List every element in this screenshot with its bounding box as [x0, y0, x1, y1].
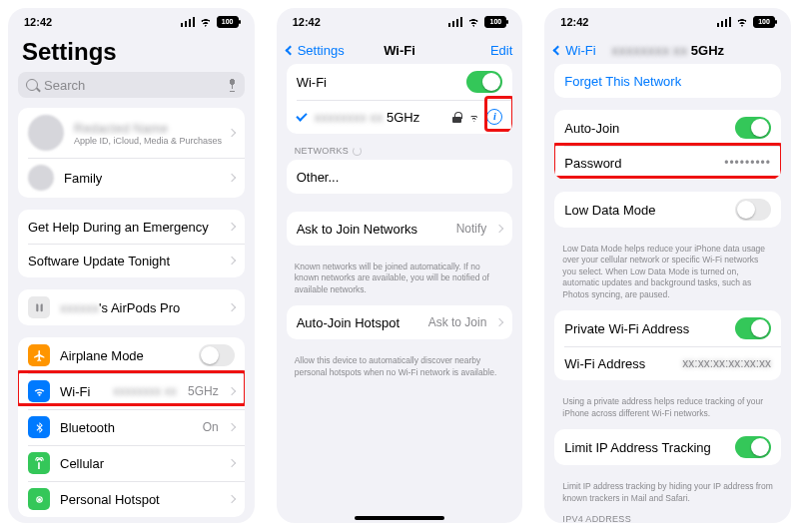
search-placeholder: Search [44, 78, 85, 93]
apple-id-row[interactable]: Redacted Name Apple ID, iCloud, Media & … [18, 108, 245, 158]
chevron-right-icon [227, 223, 235, 231]
search-input[interactable]: Search [18, 72, 245, 98]
chevron-right-icon [227, 387, 235, 395]
ipv4-header: IPV4 ADDRESS [544, 514, 791, 523]
battery-icon: 100 [484, 16, 506, 28]
lock-icon [452, 112, 461, 123]
avatar [28, 115, 64, 151]
chevron-left-icon [285, 45, 295, 55]
connected-network-row[interactable]: xxxxxxxx xx 5GHz i [287, 100, 513, 134]
nav-bar: Settings Wi-Fi Edit [277, 36, 523, 64]
wifi-status-icon [199, 17, 213, 27]
checkmark-icon [296, 110, 307, 121]
ask-to-join-row[interactable]: Ask to Join Networks Notify [287, 212, 513, 246]
forget-network-button[interactable]: Forget This Network [554, 64, 781, 98]
airplane-icon [28, 344, 50, 366]
status-bar: 12:42 100 [277, 8, 523, 36]
auto-join-hotspot-row[interactable]: Auto-Join Hotspot Ask to Join [287, 305, 513, 339]
chevron-right-icon [227, 174, 235, 182]
hotspot-icon [28, 488, 50, 510]
limit-ip-tracking-row[interactable]: Limit IP Address Tracking [554, 429, 781, 465]
emergency-row[interactable]: Get Help During an Emergency [18, 210, 245, 244]
chevron-right-icon [227, 129, 235, 137]
wifi-toggle[interactable] [466, 71, 502, 93]
search-icon [26, 79, 38, 91]
wifi-row[interactable]: Wi-Fi xxxxxxxx xx 5GHz [18, 373, 245, 409]
chevron-right-icon [227, 459, 235, 467]
wifi-address-value: xx:xx:xx:xx:xx:xx [682, 356, 771, 370]
dictate-icon[interactable] [228, 78, 237, 92]
software-update-row[interactable]: Software Update Tonight [18, 244, 245, 277]
chevron-right-icon [227, 423, 235, 431]
account-subtitle: Apple ID, iCloud, Media & Purchases [74, 136, 222, 146]
auto-join-toggle[interactable] [735, 117, 771, 139]
family-row[interactable]: Family [18, 158, 245, 198]
chevron-right-icon [495, 318, 503, 326]
wifi-address-row[interactable]: Wi-Fi Address xx:xx:xx:xx:xx:xx [554, 346, 781, 380]
bluetooth-icon [28, 416, 50, 438]
back-button[interactable]: Wi-Fi [554, 43, 595, 58]
family-avatar-icon [28, 165, 54, 191]
airplane-mode-row[interactable]: Airplane Mode [18, 337, 245, 373]
cellular-icon [28, 452, 50, 474]
private-address-toggle[interactable] [735, 317, 771, 339]
account-name: Redacted Name [74, 121, 222, 136]
limit-ip-toggle[interactable] [735, 436, 771, 458]
screen-wifi-details: 12:42 100 Wi-Fi xxxxxxxx xx 5GHz Forget … [544, 8, 791, 523]
battery-icon: 100 [217, 16, 239, 28]
status-time: 12:42 [293, 16, 321, 28]
wifi-status-icon [466, 17, 480, 27]
status-time: 12:42 [560, 16, 588, 28]
status-bar: 12:42 100 [544, 8, 791, 36]
cellular-signal-icon [717, 17, 731, 27]
cellular-row[interactable]: Cellular [18, 445, 245, 481]
password-row[interactable]: Password ••••••••• [554, 146, 781, 180]
chevron-right-icon [227, 495, 235, 503]
low-data-footer: Low Data Mode helps reduce your iPhone d… [544, 240, 791, 310]
wifi-icon [28, 380, 50, 402]
edit-button[interactable]: Edit [490, 43, 512, 58]
hotspot-row[interactable]: Personal Hotspot [18, 481, 245, 517]
airplane-toggle[interactable] [199, 344, 235, 366]
wifi-strength-icon [467, 112, 480, 122]
battery-icon: 100 [753, 16, 775, 28]
screen-wifi-list: 12:42 100 Settings Wi-Fi Edit Wi-Fi xxxx… [277, 8, 523, 523]
airpods-icon [28, 296, 50, 318]
status-time: 12:42 [24, 16, 52, 28]
nav-bar: Wi-Fi xxxxxxxx xx 5GHz [544, 36, 791, 64]
limit-ip-footer: Limit IP address tracking by hiding your… [544, 477, 791, 514]
other-network-row[interactable]: Other... [287, 160, 513, 194]
auto-join-footer: Allow this device to automatically disco… [277, 351, 523, 388]
password-value: ••••••••• [724, 156, 771, 170]
chevron-left-icon [553, 45, 563, 55]
page-title: Settings [8, 36, 255, 72]
ask-to-join-footer: Known networks will be joined automatica… [277, 258, 523, 305]
chevron-right-icon [495, 225, 503, 233]
wifi-status-icon [735, 17, 749, 27]
wifi-master-toggle-row[interactable]: Wi-Fi [287, 64, 513, 100]
low-data-toggle[interactable] [735, 199, 771, 221]
networks-header: NETWORKS [277, 146, 523, 160]
bluetooth-row[interactable]: Bluetooth On [18, 409, 245, 445]
back-button[interactable]: Settings [287, 43, 345, 58]
chevron-right-icon [227, 257, 235, 265]
airpods-owner: xxxxxx [60, 300, 99, 315]
home-indicator[interactable] [355, 516, 444, 520]
cellular-signal-icon [448, 17, 462, 27]
chevron-right-icon [227, 303, 235, 311]
status-bar: 12:42 100 [8, 8, 255, 36]
low-data-mode-row[interactable]: Low Data Mode [554, 192, 781, 228]
spinner-icon [353, 147, 362, 156]
screen-settings: 12:42 100 Settings Search Redacted Name … [8, 8, 255, 523]
private-address-row[interactable]: Private Wi-Fi Address [554, 310, 781, 346]
info-icon[interactable]: i [486, 109, 502, 125]
private-address-footer: Using a private address helps reduce tra… [544, 392, 791, 429]
airpods-row[interactable]: xxxxxx's AirPods Pro [18, 289, 245, 325]
auto-join-row[interactable]: Auto-Join [554, 110, 781, 146]
cellular-signal-icon [181, 17, 195, 27]
